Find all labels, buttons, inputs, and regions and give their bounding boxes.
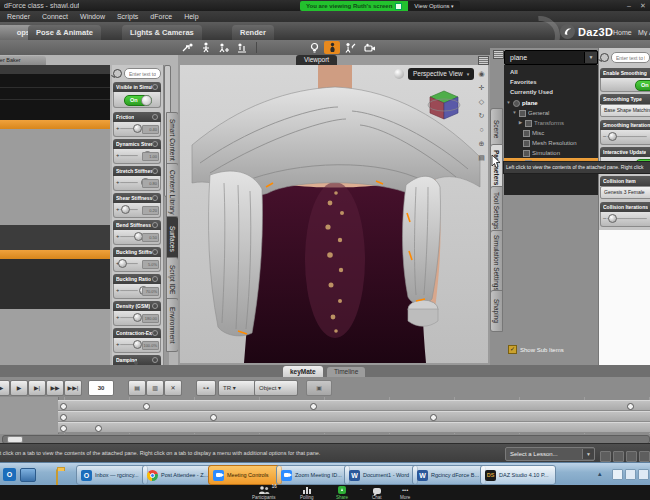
param-header[interactable]: Bend Stiffness xyxy=(113,220,161,230)
tab-tool-settings[interactable]: Tool Settings xyxy=(490,186,503,236)
close-icon[interactable]: ✕ xyxy=(638,1,648,10)
key-icon[interactable]: ⊶ xyxy=(196,380,216,396)
keyframe-marker[interactable] xyxy=(210,414,217,421)
tab-pose-animate[interactable]: Pose & Animate xyxy=(28,25,101,40)
menu-window[interactable]: Window xyxy=(75,11,110,22)
shawl-left-drape[interactable] xyxy=(209,171,263,336)
gear-icon[interactable] xyxy=(152,114,158,120)
menu-render[interactable]: Render xyxy=(2,11,35,22)
param-header[interactable]: Density (GSM) xyxy=(113,301,161,311)
menu-scripts[interactable]: Scripts xyxy=(112,11,143,22)
slider[interactable]: 0.20 xyxy=(113,203,161,218)
taskbar-meeting-controls[interactable]: Meeting Controls xyxy=(208,465,282,485)
aim-icon[interactable]: ⊕ xyxy=(477,139,486,148)
tree-item-plane[interactable]: ▼plane xyxy=(504,98,600,108)
param-header[interactable]: Contraction-Expansion Ratio xyxy=(113,328,161,338)
frame-count-field[interactable]: 30 xyxy=(88,380,114,396)
menu-connect[interactable]: Connect xyxy=(37,11,73,22)
show-sub-items[interactable]: ✓ Show Sub Items xyxy=(508,345,564,354)
keyframe-marker[interactable] xyxy=(60,403,67,410)
camera-icon[interactable] xyxy=(362,41,378,54)
tray-flag-icon[interactable] xyxy=(638,469,649,480)
tab-shader-baker-partial[interactable]: Shader Baker xyxy=(0,56,46,65)
rotate-icon[interactable]: ↻ xyxy=(477,111,486,120)
param-header[interactable]: Interactive Update xyxy=(600,147,650,157)
tree-item-general[interactable]: ▼General xyxy=(504,108,606,118)
node-selector[interactable]: plane ▼ xyxy=(504,50,598,65)
link-my-account[interactable]: My Ac xyxy=(638,29,650,36)
dress[interactable] xyxy=(244,177,426,363)
filter-input[interactable] xyxy=(611,52,650,63)
options-button[interactable]: ▣ xyxy=(306,380,332,396)
outlook-quicklaunch-icon[interactable]: O xyxy=(3,468,16,481)
tray-network-icon[interactable] xyxy=(612,469,623,480)
filter-input[interactable] xyxy=(124,68,161,79)
checkbox-checked-icon[interactable]: ✓ xyxy=(508,345,517,354)
tab-render[interactable]: Render xyxy=(232,25,274,40)
keyframe-marker[interactable] xyxy=(143,403,150,410)
tab-viewport[interactable]: Viewport xyxy=(296,55,337,65)
play-forward-icon[interactable]: ▶ xyxy=(10,380,28,396)
slider-knob[interactable] xyxy=(133,340,142,349)
surface-tool-icon[interactable] xyxy=(342,41,358,54)
gear-icon[interactable] xyxy=(152,357,158,363)
slider[interactable]: 5.0% xyxy=(113,257,161,272)
on-toggle[interactable]: On xyxy=(124,95,152,106)
dolly-icon[interactable]: ◇ xyxy=(477,97,486,106)
gear-icon[interactable] xyxy=(152,276,158,282)
tab-parameters[interactable]: Parameters xyxy=(490,144,503,192)
viewport-pane-options-icon[interactable] xyxy=(478,56,489,65)
slider-track[interactable] xyxy=(120,155,138,157)
participants-button[interactable]: 16 Participants xyxy=(252,486,276,500)
smoothing-type-dropdown[interactable]: Base Shape Matching xyxy=(600,104,650,117)
view-selector[interactable]: Perspective View xyxy=(408,68,474,80)
slider-track[interactable] xyxy=(120,182,138,184)
light-icon[interactable] xyxy=(306,41,322,54)
param-header[interactable]: Buckling Stiffness xyxy=(113,247,161,257)
tree-item-all[interactable]: All xyxy=(504,67,604,77)
scrollbar-thumb[interactable] xyxy=(7,436,23,443)
animation-track[interactable] xyxy=(58,422,650,433)
gear-icon[interactable] xyxy=(152,249,158,255)
viewport-sphere-icon[interactable] xyxy=(394,69,404,79)
keyframe-marker[interactable] xyxy=(60,425,67,432)
frame-icon[interactable]: ○ xyxy=(477,125,486,134)
tab-shaping[interactable]: Shaping xyxy=(490,290,503,332)
param-header[interactable]: Dynamics Strength xyxy=(113,139,161,149)
on-toggle[interactable]: On xyxy=(635,80,650,91)
surface-list-item-selected[interactable] xyxy=(0,120,110,129)
active-tool-icon[interactable] xyxy=(324,41,340,54)
slider[interactable]: 180.00 xyxy=(113,311,161,326)
slider-knob[interactable] xyxy=(608,214,617,223)
step-forward-icon[interactable]: ▶| xyxy=(28,380,46,396)
lesson-selector[interactable]: Select a Lesson... ▼ xyxy=(505,447,595,461)
show-desktop-icon[interactable] xyxy=(20,468,36,482)
chevron-down-icon[interactable]: ▼ xyxy=(584,52,597,63)
goto-end-icon[interactable]: ▶▶| xyxy=(64,380,82,396)
param-header[interactable]: Shear Stiffness (Quads) xyxy=(113,193,161,203)
param-header[interactable]: Smoothing Type xyxy=(600,94,650,104)
menu-dforce[interactable]: dForce xyxy=(145,11,177,22)
keyframe-marker[interactable] xyxy=(95,425,102,432)
tab-simulation-settings[interactable]: Simulation Settings xyxy=(490,230,503,296)
taskbar-daz-studio[interactable]: DS DAZ Studio 4.10 P... xyxy=(480,465,556,485)
camera-orbit-icon[interactable]: ◉ xyxy=(477,69,486,78)
param-header[interactable]: Stretch Stiffness xyxy=(113,166,161,176)
taskbar-chrome[interactable]: Post Attendee - Z... xyxy=(142,465,214,485)
taskbar-word-dforce[interactable]: W Rgcincy dForce B... xyxy=(412,465,486,485)
surface-list-item[interactable] xyxy=(0,259,110,309)
taskbar-zoom-meeting[interactable]: Zoom Meeting ID... xyxy=(276,465,350,485)
slider-knob[interactable] xyxy=(118,259,127,268)
slider-knob[interactable] xyxy=(133,124,142,133)
surface-list-item[interactable] xyxy=(0,225,110,250)
param-header[interactable]: Enable Smoothing xyxy=(600,68,650,78)
gear-icon[interactable] xyxy=(152,330,158,336)
slider-track[interactable] xyxy=(120,290,138,292)
slider[interactable]: 1.00 xyxy=(113,149,161,164)
object-dropdown[interactable]: Object ▾ xyxy=(254,380,298,396)
translate-tool-icon[interactable] xyxy=(234,41,250,54)
tab-timeline[interactable]: Timeline xyxy=(327,367,365,377)
polling-button[interactable]: Polling xyxy=(300,486,314,500)
copy-key-icon[interactable]: ▤ xyxy=(128,380,146,396)
pose-tool-icon[interactable] xyxy=(180,41,196,54)
